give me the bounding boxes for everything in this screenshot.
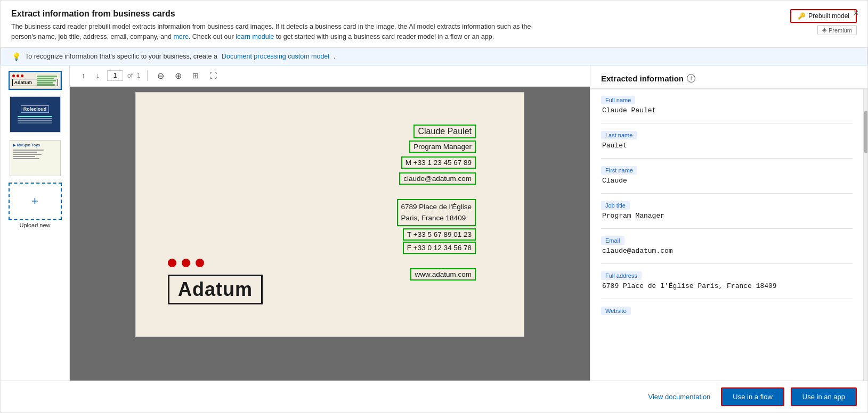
info-icon[interactable]: i bbox=[687, 74, 695, 82]
mini-line bbox=[37, 76, 57, 77]
field-label-email: Email bbox=[601, 236, 624, 245]
upload-new-container: + Upload new bbox=[9, 183, 62, 228]
business-card-area: Claude Paulet Program Manager M +33 1 23… bbox=[135, 92, 524, 337]
learn-module-link[interactable]: learn module bbox=[236, 33, 274, 40]
thumbnail-item-3[interactable]: ▶ TailSpin Toys bbox=[9, 139, 62, 177]
mini-line bbox=[37, 78, 54, 79]
diamond-icon: ◈ bbox=[822, 27, 826, 34]
card-website-box: www.adatum.com bbox=[410, 268, 476, 280]
key-icon: 🔑 bbox=[798, 12, 806, 20]
thumbnail-item-2[interactable]: Rolecloud bbox=[9, 95, 62, 134]
mini-line bbox=[37, 84, 55, 86]
close-button[interactable]: × bbox=[853, 8, 859, 18]
thumbnail-panel: Adatum Rolecloud bbox=[1, 65, 70, 381]
rolecloud-line bbox=[18, 122, 52, 123]
field-label-lastname: Last name bbox=[601, 131, 637, 139]
rolecloud-line bbox=[18, 120, 52, 121]
card-dots bbox=[168, 259, 204, 267]
info-banner: 💡 To recognize information that's specif… bbox=[1, 47, 867, 65]
card-address-box: 6789 Place de l'Église Paris, France 184… bbox=[397, 199, 476, 226]
field-label-jobtitle: Job title bbox=[601, 201, 630, 210]
page-total: 1 bbox=[137, 72, 141, 79]
extracted-title: Extracted information bbox=[601, 74, 684, 83]
modal-title: Extract information from business cards bbox=[11, 9, 780, 19]
main-content: Adatum Rolecloud bbox=[1, 65, 867, 381]
tailspin-line bbox=[13, 158, 39, 159]
card-fax-box: F +33 0 12 34 56 78 bbox=[403, 242, 476, 254]
nav-down-button[interactable]: ↓ bbox=[93, 70, 103, 81]
thumb-inner-2: Rolecloud bbox=[10, 96, 61, 133]
field-value-lastname: Paulet bbox=[601, 142, 853, 150]
mini-lines-1 bbox=[37, 76, 57, 86]
fullscreen-button[interactable]: ⛶ bbox=[206, 70, 220, 81]
field-value-firstname: Claude bbox=[601, 177, 853, 185]
description-text-2: . Check out our bbox=[189, 33, 236, 40]
use-in-app-button[interactable]: Use in an app bbox=[791, 387, 857, 406]
rolecloud-content: Rolecloud bbox=[10, 97, 60, 132]
premium-badge: ◈ Premium bbox=[817, 25, 857, 35]
viewer-toolbar: ↑ ↓ 1 of 1 ⊖ ⊕ ⊞ ⛶ bbox=[70, 65, 590, 87]
field-divider-1 bbox=[601, 123, 853, 123]
premium-label: Premium bbox=[829, 27, 852, 34]
field-group-jobtitle: Job title Program Manager bbox=[601, 201, 853, 220]
rolecloud-line bbox=[18, 116, 52, 117]
right-scrollbar[interactable] bbox=[863, 89, 867, 381]
fit-width-button[interactable]: ⊞ bbox=[189, 70, 202, 81]
upload-new-button[interactable]: + bbox=[9, 183, 62, 220]
extracted-content[interactable]: Full name Claude Paulet Last name Paulet… bbox=[590, 89, 863, 381]
thumbnail-item-1[interactable]: Adatum bbox=[9, 71, 62, 90]
nav-up-button[interactable]: ↑ bbox=[78, 70, 88, 81]
page-current[interactable]: 1 bbox=[107, 70, 123, 81]
mini-dot bbox=[12, 75, 15, 77]
card-logo: Adatum bbox=[168, 275, 263, 304]
field-value-email: claude@adatum.com bbox=[601, 247, 853, 255]
tailspin-line bbox=[13, 152, 37, 153]
tailspin-line bbox=[13, 156, 35, 157]
card-dot-1 bbox=[168, 259, 176, 267]
viewer-content[interactable]: Claude Paulet Program Manager M +33 1 23… bbox=[70, 87, 590, 381]
address-line2: Paris, France 18409 bbox=[401, 214, 466, 222]
mini-dot bbox=[17, 75, 19, 77]
field-group-fullname: Full name Claude Paulet bbox=[601, 96, 853, 114]
tailspin-content: ▶ TailSpin Toys bbox=[10, 141, 60, 176]
zoom-out-button[interactable]: ⊖ bbox=[154, 70, 167, 82]
field-group-firstname: First name Claude bbox=[601, 166, 853, 185]
card-email-box: claude@adatum.com bbox=[399, 172, 476, 185]
custom-model-link[interactable]: Document processing custom model bbox=[222, 53, 329, 60]
rolecloud-line bbox=[18, 118, 52, 119]
prebuilt-model-label: Prebuilt model bbox=[808, 12, 849, 20]
address-line1: 6789 Place de l'Église bbox=[401, 203, 472, 211]
use-in-flow-button[interactable]: Use in a flow bbox=[721, 387, 784, 406]
view-documentation-link[interactable]: View documentation bbox=[648, 393, 711, 401]
zoom-in-button[interactable]: ⊕ bbox=[172, 70, 185, 82]
field-group-address: Full address 6789 Place de l'Église Pari… bbox=[601, 271, 853, 290]
banner-text-1: To recognize information that's specific… bbox=[25, 53, 217, 60]
tailspin-line bbox=[13, 150, 44, 151]
card-title-box: Program Manager bbox=[409, 141, 476, 153]
tailspin-line bbox=[13, 154, 42, 155]
modal-container: Extract information from business cards … bbox=[0, 0, 868, 413]
field-label-fullname: Full name bbox=[601, 96, 635, 104]
field-divider-3 bbox=[601, 193, 853, 194]
prebuilt-model-button[interactable]: 🔑 Prebuilt model bbox=[790, 9, 857, 23]
extracted-header: Extracted information i bbox=[590, 65, 867, 89]
field-group-lastname: Last name Paulet bbox=[601, 131, 853, 150]
tailspin-logo: ▶ TailSpin Toys bbox=[13, 143, 58, 147]
field-divider-2 bbox=[601, 158, 853, 159]
banner-text-2: . bbox=[334, 53, 335, 60]
mini-dot bbox=[21, 75, 23, 77]
field-label-address: Full address bbox=[601, 271, 642, 280]
thumb-inner-1: Adatum bbox=[10, 72, 61, 89]
more-link[interactable]: more bbox=[173, 33, 188, 40]
modal-header-right: 🔑 Prebuilt model ◈ Premium bbox=[790, 9, 857, 35]
card-dot-3 bbox=[196, 259, 204, 267]
mini-line bbox=[37, 80, 56, 81]
modal-header-left: Extract information from business cards … bbox=[11, 9, 780, 42]
document-viewer: ↑ ↓ 1 of 1 ⊖ ⊕ ⊞ ⛶ Claude Paulet Program… bbox=[70, 65, 590, 381]
modal-header: Extract information from business cards … bbox=[1, 1, 867, 47]
page-separator: of bbox=[127, 72, 133, 79]
mini-line bbox=[37, 82, 53, 84]
field-value-fullname: Claude Paulet bbox=[601, 106, 853, 114]
modal-footer: View documentation Use in a flow Use in … bbox=[1, 381, 867, 412]
field-divider-4 bbox=[601, 228, 853, 229]
